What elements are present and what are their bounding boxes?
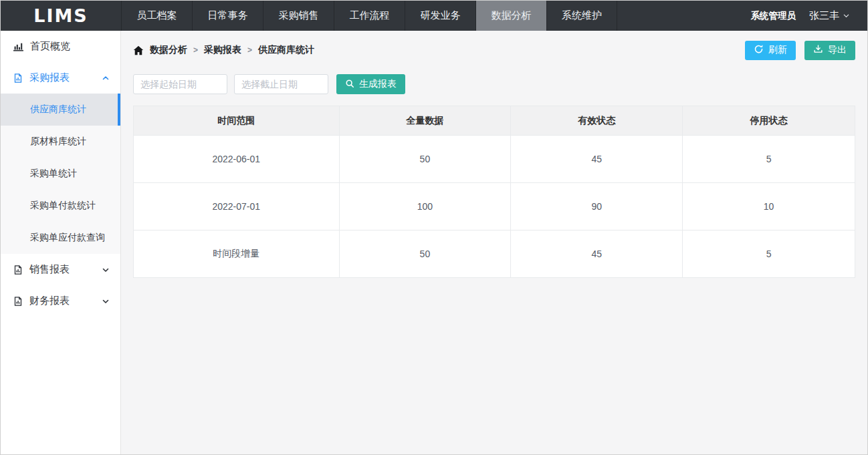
user-role: 系统管理员 [751, 10, 796, 22]
nav-item-employee-files[interactable]: 员工档案 [121, 1, 192, 31]
breadcrumb-separator: > [193, 45, 198, 55]
generate-report-button[interactable]: 生成报表 [336, 74, 405, 94]
refresh-button[interactable]: 刷新 [745, 41, 796, 60]
breadcrumb-item[interactable]: 采购报表 [204, 44, 241, 56]
cell-disabled: 5 [683, 136, 855, 183]
sidebar-item-sales-reports[interactable]: 销售报表 [1, 254, 120, 285]
topbar: LIMS 员工档案 日常事务 采购销售 工作流程 研发业务 数据分析 系统维护 … [1, 1, 867, 31]
report-file-icon [13, 296, 23, 307]
cell-time-range: 2022-06-01 [134, 136, 340, 183]
sidebar-item-po-payment-stats[interactable]: 采购单付款统计 [1, 190, 120, 222]
breadcrumb: 数据分析 > 采购报表 > 供应商库统计 [133, 44, 314, 56]
sidebar-item-label: 采购单统计 [30, 168, 77, 180]
download-icon [813, 44, 823, 56]
chevron-down-icon [102, 266, 110, 274]
user-menu[interactable]: 张三丰 [809, 9, 850, 22]
app-logo: LIMS [1, 1, 121, 30]
sidebar-item-finance-reports[interactable]: 财务报表 [1, 285, 120, 317]
cell-active: 45 [511, 231, 683, 278]
breadcrumb-separator: > [247, 45, 252, 55]
column-header-total-data: 全量数据 [339, 106, 511, 136]
table-row: 2022-06-01 50 45 5 [134, 136, 855, 183]
cell-active: 45 [511, 136, 683, 183]
cell-time-range: 2022-07-01 [134, 183, 340, 231]
breadcrumb-item[interactable]: 数据分析 [150, 44, 187, 56]
user-name: 张三丰 [809, 9, 839, 22]
nav-item-rd-business[interactable]: 研发业务 [405, 1, 475, 31]
statistics-table: 时间范围 全量数据 有效状态 停用状态 2022-06-01 50 45 5 2… [133, 106, 855, 278]
cell-disabled: 10 [683, 183, 855, 231]
sidebar-item-label: 采购报表 [29, 71, 70, 84]
sidebar-item-po-payable-query[interactable]: 采购单应付款查询 [1, 222, 120, 254]
column-header-active-status: 有效状态 [511, 106, 683, 136]
refresh-label: 刷新 [768, 44, 787, 56]
table-header-row: 时间范围 全量数据 有效状态 停用状态 [134, 106, 855, 136]
sidebar-item-label: 首页概览 [30, 40, 70, 53]
sidebar-item-label: 销售报表 [29, 263, 70, 276]
cell-total: 50 [339, 231, 511, 278]
end-date-input[interactable] [234, 74, 328, 94]
nav-item-workflow[interactable]: 工作流程 [334, 1, 405, 31]
toolbar-actions: 刷新 导出 [745, 41, 855, 60]
sidebar-item-label: 财务报表 [29, 295, 70, 307]
table-row: 2022-07-01 100 90 10 [134, 183, 855, 231]
user-area: 系统管理员 张三丰 [751, 1, 868, 31]
cell-time-range: 时间段增量 [134, 231, 340, 278]
report-file-icon [13, 73, 23, 84]
filter-row: 生成报表 [133, 74, 855, 94]
sidebar-item-home-overview[interactable]: 首页概览 [1, 31, 120, 62]
main-nav: 员工档案 日常事务 采购销售 工作流程 研发业务 数据分析 系统维护 [121, 1, 617, 31]
nav-item-purchase-sales[interactable]: 采购销售 [263, 1, 334, 31]
nav-item-data-analysis[interactable]: 数据分析 [475, 1, 546, 31]
app-window: LIMS 员工档案 日常事务 采购销售 工作流程 研发业务 数据分析 系统维护 … [0, 0, 868, 455]
sidebar-item-label: 采购单付款统计 [30, 200, 96, 212]
home-icon[interactable] [133, 45, 144, 55]
sidebar-item-purchase-order-stats[interactable]: 采购单统计 [1, 158, 120, 190]
breadcrumb-item-current: 供应商库统计 [258, 44, 314, 56]
export-button[interactable]: 导出 [804, 41, 855, 60]
column-header-time-range: 时间范围 [134, 106, 340, 136]
chevron-down-icon [102, 297, 110, 305]
table-row: 时间段增量 50 45 5 [134, 231, 855, 278]
cell-total: 100 [339, 183, 511, 231]
export-label: 导出 [828, 44, 847, 56]
generate-report-label: 生成报表 [359, 78, 397, 90]
sidebar-item-label: 采购单应付款查询 [30, 232, 105, 244]
sidebar-item-purchase-reports[interactable]: 采购报表 [1, 62, 120, 94]
purchase-reports-submenu: 供应商库统计 原材料库统计 采购单统计 采购单付款统计 采购单应付款查询 [1, 94, 120, 254]
bar-chart-icon [13, 41, 24, 52]
chevron-down-icon [843, 10, 850, 21]
chevron-up-icon [102, 74, 110, 82]
column-header-disabled-status: 停用状态 [683, 106, 855, 136]
cell-total: 50 [339, 136, 511, 183]
cell-disabled: 5 [683, 231, 855, 278]
main-content: 数据分析 > 采购报表 > 供应商库统计 刷新 [121, 31, 867, 454]
nav-item-system-maintenance[interactable]: 系统维护 [546, 1, 617, 31]
sidebar-item-label: 原材料库统计 [30, 136, 86, 148]
breadcrumb-row: 数据分析 > 采购报表 > 供应商库统计 刷新 [133, 31, 855, 69]
refresh-icon [754, 44, 764, 56]
sidebar-item-label: 供应商库统计 [30, 104, 86, 116]
sidebar: 首页概览 采购报表 供应商库统计 原材料库统计 采购单统计 [1, 31, 121, 454]
start-date-input[interactable] [133, 74, 227, 94]
report-file-icon [13, 265, 23, 275]
nav-item-daily-affairs[interactable]: 日常事务 [192, 1, 263, 31]
sidebar-item-raw-material-stats[interactable]: 原材料库统计 [1, 126, 120, 158]
cell-active: 90 [511, 183, 683, 231]
sidebar-item-supplier-stats[interactable]: 供应商库统计 [1, 94, 120, 126]
search-icon [345, 79, 354, 90]
